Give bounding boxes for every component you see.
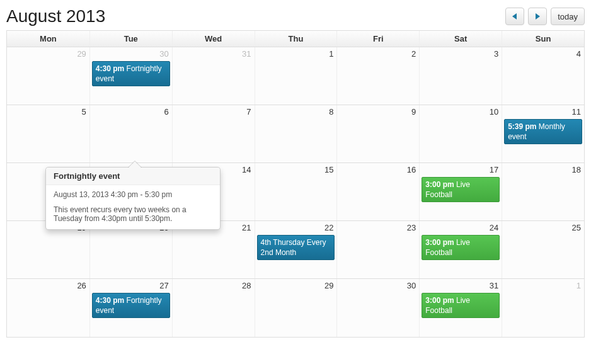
day-cell[interactable]: 173:00 pm Live Football bbox=[419, 163, 502, 220]
day-number: 2 bbox=[339, 49, 417, 60]
event-time: 4:30 pm bbox=[96, 296, 124, 305]
week-row: 29304:30 pm Fortnightly event311234 bbox=[7, 47, 584, 105]
calendar-event[interactable]: 3:00 pm Live Football bbox=[422, 293, 500, 318]
day-cell[interactable]: 15 bbox=[255, 163, 337, 220]
day-number: 31 bbox=[175, 49, 253, 60]
svg-marker-0 bbox=[512, 13, 517, 20]
day-cell[interactable]: 18 bbox=[502, 163, 584, 220]
day-cell[interactable]: 243:00 pm Live Football bbox=[419, 221, 502, 278]
day-number: 1 bbox=[504, 281, 582, 292]
today-button[interactable]: today bbox=[551, 8, 585, 25]
day-number: 25 bbox=[504, 223, 582, 234]
calendar-event[interactable]: 5:39 pm Monthly event bbox=[504, 119, 582, 144]
triangle-right-icon bbox=[535, 13, 540, 20]
day-number: 18 bbox=[504, 165, 582, 176]
day-number: 31 bbox=[422, 281, 500, 292]
popover-datetime: August 13, 2013 4:30 pm - 5:30 pm bbox=[54, 190, 212, 199]
event-time: 3:00 pm bbox=[425, 180, 454, 189]
day-number: 17 bbox=[422, 165, 500, 176]
day-cell[interactable]: 8 bbox=[255, 105, 337, 162]
event-time: 5:39 pm bbox=[508, 122, 536, 131]
day-number: 27 bbox=[92, 281, 170, 292]
nav-buttons: today bbox=[505, 8, 585, 25]
day-number: 30 bbox=[339, 281, 417, 292]
day-number: 7 bbox=[175, 107, 253, 118]
day-number: 30 bbox=[92, 49, 170, 60]
day-number: 8 bbox=[257, 107, 335, 118]
day-cell[interactable]: 313:00 pm Live Football bbox=[419, 279, 502, 337]
day-cell[interactable]: 31 bbox=[172, 47, 255, 105]
day-number: 5 bbox=[9, 107, 88, 118]
event-time: 4:30 pm bbox=[96, 64, 124, 73]
day-cell[interactable]: 30 bbox=[336, 279, 419, 337]
calendar-event[interactable]: 3:00 pm Live Football bbox=[422, 177, 500, 202]
event-time: 3:00 pm bbox=[425, 238, 454, 247]
day-cell[interactable]: 115:39 pm Monthly event bbox=[502, 105, 584, 162]
day-cell[interactable]: 1 bbox=[255, 47, 337, 105]
calendar-header: August 2013 today bbox=[6, 6, 585, 26]
day-cell[interactable]: 6 bbox=[89, 105, 172, 162]
svg-marker-1 bbox=[536, 13, 540, 20]
day-cell[interactable]: 5 bbox=[7, 105, 89, 162]
day-number: 4 bbox=[504, 49, 582, 60]
day-number: 9 bbox=[339, 107, 417, 118]
day-number: 26 bbox=[9, 281, 88, 292]
day-number: 22 bbox=[257, 223, 335, 234]
day-cell[interactable]: 28 bbox=[172, 279, 255, 337]
calendar-event[interactable]: 3:00 pm Live Football bbox=[422, 235, 500, 260]
popover-description: This event recurs every two weeks on a T… bbox=[54, 205, 212, 223]
day-number: 16 bbox=[339, 165, 417, 176]
next-button[interactable] bbox=[528, 8, 547, 25]
day-cell[interactable]: 29 bbox=[255, 279, 337, 337]
day-cell[interactable]: 1 bbox=[502, 279, 584, 337]
day-cell[interactable]: 304:30 pm Fortnightly event bbox=[89, 47, 172, 105]
day-number: 11 bbox=[504, 107, 582, 118]
weekday-header: Thu bbox=[255, 31, 337, 47]
day-cell[interactable]: 2 bbox=[336, 47, 419, 105]
day-cell[interactable]: 26 bbox=[7, 279, 89, 337]
day-number: 15 bbox=[257, 165, 335, 176]
prev-button[interactable] bbox=[505, 8, 524, 25]
day-cell[interactable]: 10 bbox=[419, 105, 502, 162]
day-number: 6 bbox=[92, 107, 170, 118]
day-number: 3 bbox=[422, 49, 500, 60]
event-title: 4th Thursday Every 2nd Month bbox=[261, 238, 326, 257]
day-number: 29 bbox=[257, 281, 335, 292]
day-cell[interactable]: 224th Thursday Every 2nd Month bbox=[255, 221, 337, 278]
day-number: 24 bbox=[422, 223, 500, 234]
week-row: 26274:30 pm Fortnightly event282930313:0… bbox=[7, 279, 584, 337]
weekday-header: Sun bbox=[502, 31, 584, 47]
calendar-event[interactable]: 4th Thursday Every 2nd Month bbox=[257, 235, 335, 260]
popover-body: August 13, 2013 4:30 pm - 5:30 pm This e… bbox=[46, 185, 220, 229]
day-cell[interactable]: 9 bbox=[336, 105, 419, 162]
triangle-left-icon bbox=[512, 13, 517, 20]
popover-title: Fortnightly event bbox=[46, 168, 220, 185]
day-cell[interactable]: 16 bbox=[336, 163, 419, 220]
day-cell[interactable]: 25 bbox=[502, 221, 584, 278]
weekday-header: Fri bbox=[336, 31, 419, 47]
day-number: 28 bbox=[175, 281, 253, 292]
weekday-header: Wed bbox=[172, 31, 255, 47]
calendar-event[interactable]: 4:30 pm Fortnightly event bbox=[92, 61, 170, 86]
weekday-header-row: MonTueWedThuFriSatSun bbox=[7, 31, 584, 47]
event-popover[interactable]: Fortnightly event August 13, 2013 4:30 p… bbox=[45, 167, 221, 230]
day-number: 1 bbox=[257, 49, 335, 60]
day-cell[interactable]: 23 bbox=[336, 221, 419, 278]
month-title: August 2013 bbox=[6, 6, 105, 26]
day-number: 10 bbox=[422, 107, 500, 118]
day-cell[interactable]: 7 bbox=[172, 105, 255, 162]
day-cell[interactable]: 4 bbox=[502, 47, 584, 105]
day-number: 29 bbox=[9, 49, 88, 60]
event-time: 3:00 pm bbox=[425, 296, 454, 305]
weekday-header: Sat bbox=[419, 31, 502, 47]
calendar: August 2013 today MonTueWedThuFriSatSun … bbox=[6, 6, 585, 338]
day-cell[interactable]: 3 bbox=[419, 47, 502, 105]
calendar-event[interactable]: 4:30 pm Fortnightly event bbox=[92, 293, 170, 318]
weekday-header: Mon bbox=[7, 31, 89, 47]
weekday-header: Tue bbox=[89, 31, 172, 47]
day-cell[interactable]: 274:30 pm Fortnightly event bbox=[89, 279, 172, 337]
week-row: 5678910115:39 pm Monthly event bbox=[7, 105, 584, 163]
day-number: 23 bbox=[339, 223, 417, 234]
day-cell[interactable]: 29 bbox=[7, 47, 89, 105]
